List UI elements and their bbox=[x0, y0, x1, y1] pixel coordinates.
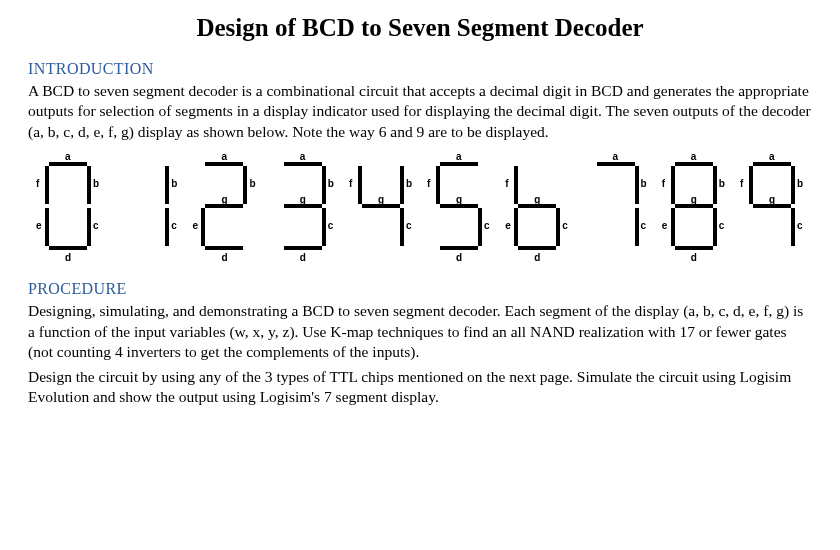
segment-label-b: b bbox=[171, 178, 177, 189]
segment-a bbox=[205, 162, 243, 166]
segment-b bbox=[635, 166, 639, 204]
segment-f bbox=[436, 166, 440, 204]
segment-label-a: a bbox=[456, 151, 462, 162]
segment-label-a: a bbox=[221, 151, 227, 162]
segment-label-e: e bbox=[192, 220, 198, 231]
segment-label-g: g bbox=[221, 194, 227, 205]
segment-label-c: c bbox=[484, 220, 490, 231]
segment-label-g: g bbox=[534, 194, 540, 205]
segment-e bbox=[514, 208, 518, 246]
segment-label-c: c bbox=[93, 220, 99, 231]
segment-label-a: a bbox=[691, 151, 697, 162]
segment-label-c: c bbox=[406, 220, 412, 231]
seven-segment-digit-3: abgcd bbox=[267, 152, 339, 262]
segment-c bbox=[165, 208, 169, 246]
segment-label-g: g bbox=[378, 194, 384, 205]
segment-label-g: g bbox=[300, 194, 306, 205]
segment-label-b: b bbox=[249, 178, 255, 189]
segment-b bbox=[87, 166, 91, 204]
segment-f bbox=[749, 166, 753, 204]
seven-segment-digit-0: abcdef bbox=[32, 152, 104, 262]
segment-d bbox=[284, 246, 322, 250]
segment-label-g: g bbox=[769, 194, 775, 205]
segment-label-d: d bbox=[65, 252, 71, 263]
segment-label-g: g bbox=[456, 194, 462, 205]
segment-label-d: d bbox=[300, 252, 306, 263]
segment-label-b: b bbox=[406, 178, 412, 189]
segment-label-c: c bbox=[719, 220, 725, 231]
segment-e bbox=[201, 208, 205, 246]
segment-label-d: d bbox=[534, 252, 540, 263]
segment-label-d: d bbox=[456, 252, 462, 263]
segment-label-b: b bbox=[641, 178, 647, 189]
segment-a bbox=[49, 162, 87, 166]
segment-f bbox=[45, 166, 49, 204]
segment-b bbox=[400, 166, 404, 204]
seven-segment-digit-9: abcfg bbox=[736, 152, 808, 262]
segment-label-b: b bbox=[93, 178, 99, 189]
seven-segment-digit-4: fgbc bbox=[345, 152, 417, 262]
segment-f bbox=[514, 166, 518, 204]
segment-label-f: f bbox=[662, 178, 665, 189]
segment-label-a: a bbox=[300, 151, 306, 162]
segment-label-b: b bbox=[719, 178, 725, 189]
segment-label-c: c bbox=[171, 220, 177, 231]
segment-d bbox=[518, 246, 556, 250]
segment-c bbox=[556, 208, 560, 246]
segment-label-c: c bbox=[641, 220, 647, 231]
segment-a bbox=[284, 162, 322, 166]
segment-label-f: f bbox=[349, 178, 352, 189]
segment-a bbox=[675, 162, 713, 166]
segment-label-e: e bbox=[662, 220, 668, 231]
segment-d bbox=[205, 246, 243, 250]
procedure-paragraph-1: Designing, simulating, and demonstrating… bbox=[28, 301, 812, 362]
segment-label-f: f bbox=[427, 178, 430, 189]
segment-c bbox=[713, 208, 717, 246]
segment-c bbox=[635, 208, 639, 246]
segment-label-d: d bbox=[691, 252, 697, 263]
segment-a bbox=[753, 162, 791, 166]
seven-segment-digit-2: abged bbox=[188, 152, 260, 262]
segment-a bbox=[440, 162, 478, 166]
procedure-heading: PROCEDURE bbox=[28, 280, 812, 298]
segment-label-c: c bbox=[562, 220, 568, 231]
segment-d bbox=[440, 246, 478, 250]
intro-paragraph: A BCD to seven segment decoder is a comb… bbox=[28, 81, 812, 142]
segment-label-a: a bbox=[613, 151, 619, 162]
segment-e bbox=[671, 208, 675, 246]
segment-label-f: f bbox=[740, 178, 743, 189]
segment-label-f: f bbox=[36, 178, 39, 189]
segment-c bbox=[322, 208, 326, 246]
segment-label-b: b bbox=[797, 178, 803, 189]
segment-b bbox=[713, 166, 717, 204]
segment-b bbox=[322, 166, 326, 204]
segment-c bbox=[791, 208, 795, 246]
segment-e bbox=[45, 208, 49, 246]
intro-heading: INTRODUCTION bbox=[28, 60, 812, 78]
segment-d bbox=[49, 246, 87, 250]
seven-segment-digit-7: abc bbox=[580, 152, 652, 262]
procedure-paragraph-2: Design the circuit by using any of the 3… bbox=[28, 367, 812, 408]
segment-b bbox=[165, 166, 169, 204]
seven-segment-digit-8: abcdefg bbox=[658, 152, 730, 262]
segment-f bbox=[671, 166, 675, 204]
segment-label-e: e bbox=[505, 220, 511, 231]
segment-label-c: c bbox=[797, 220, 803, 231]
segment-label-c: c bbox=[328, 220, 334, 231]
segment-f bbox=[358, 166, 362, 204]
segment-a bbox=[597, 162, 635, 166]
seven-segment-digit-5: afgcd bbox=[423, 152, 495, 262]
seven-segment-digit-row: abcdefbcabgedabgcdfgbcafgcdfgecdabcabcde… bbox=[28, 152, 812, 262]
segment-label-g: g bbox=[691, 194, 697, 205]
page-title: Design of BCD to Seven Segment Decoder bbox=[28, 14, 812, 42]
segment-label-e: e bbox=[36, 220, 42, 231]
segment-b bbox=[243, 166, 247, 204]
segment-c bbox=[87, 208, 91, 246]
segment-b bbox=[791, 166, 795, 204]
seven-segment-digit-6: fgecd bbox=[501, 152, 573, 262]
segment-label-f: f bbox=[505, 178, 508, 189]
segment-d bbox=[675, 246, 713, 250]
seven-segment-digit-1: bc bbox=[110, 152, 182, 262]
segment-c bbox=[478, 208, 482, 246]
segment-label-a: a bbox=[769, 151, 775, 162]
